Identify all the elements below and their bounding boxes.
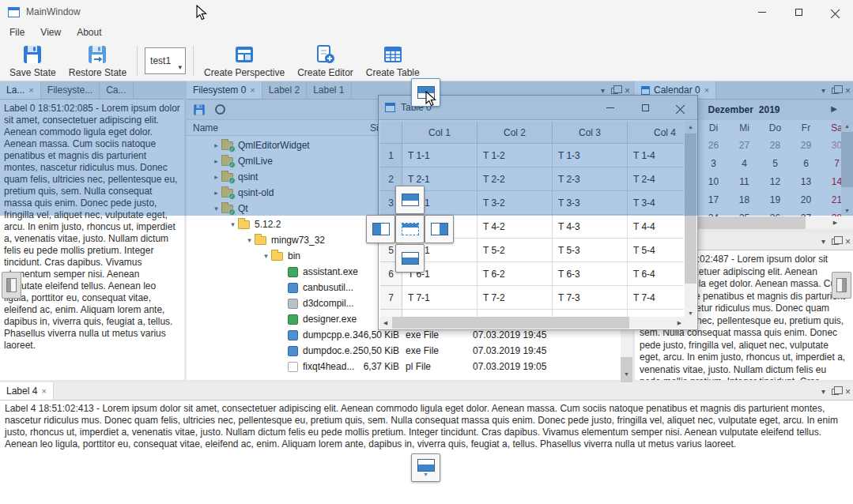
table-cell[interactable]: T 5-2 <box>477 239 553 262</box>
table-cell[interactable]: T 7-3 <box>553 286 628 310</box>
calendar-day-cell[interactable]: 14 <box>821 172 841 190</box>
float-close-button[interactable] <box>662 96 697 118</box>
scroll-up-button[interactable]: ▲ <box>841 120 853 132</box>
scroll-down-button[interactable]: ▼ <box>621 368 632 380</box>
calendar-day-cell[interactable]: 26 <box>698 136 729 154</box>
table-cell[interactable]: T 3-4 <box>628 191 684 215</box>
tree-expand-icon[interactable]: ▾ <box>261 252 271 260</box>
drop-indicator-area-right[interactable] <box>425 215 454 243</box>
create-perspective-button[interactable]: Create Perspective <box>198 41 291 81</box>
calendar-next-icon[interactable]: ▶ <box>831 104 837 113</box>
calendar-day-cell[interactable]: 20 <box>791 190 821 209</box>
calendar-day-cell[interactable]: 13 <box>791 172 821 190</box>
table-cell[interactable]: T 6-3 <box>553 262 628 286</box>
table-cell[interactable]: T 5-4 <box>628 239 684 262</box>
table-cell[interactable]: T 6-4 <box>628 262 684 286</box>
table-column-header[interactable]: Col 3 <box>553 122 628 144</box>
drop-indicator-area-top[interactable] <box>395 186 425 214</box>
perspective-combobox[interactable]: test1 ▾ <box>145 47 186 74</box>
calendar-day-cell[interactable]: 27 <box>791 209 821 216</box>
table-cell[interactable]: T 1-1 <box>402 144 477 167</box>
calendar-day-cell[interactable]: 25 <box>729 209 760 216</box>
drop-indicator-area-bottom[interactable] <box>395 244 425 273</box>
menu-about[interactable]: About <box>69 24 109 41</box>
tab-close-icon[interactable]: × <box>704 86 709 95</box>
table-cell[interactable]: T 1-4 <box>628 144 684 167</box>
floating-window-table0[interactable]: Table 0 Col 1Col 2Col 3Col 4 12345678 T … <box>378 95 698 330</box>
calendar-day-cell[interactable]: 18 <box>729 190 760 209</box>
table-cell[interactable]: T 4-2 <box>477 215 553 239</box>
table-column-header[interactable]: Col 4 <box>628 122 684 144</box>
dock-menu-icon[interactable]: ▾ <box>821 387 825 396</box>
table-cell[interactable]: T 3-3 <box>553 191 628 215</box>
scroll-down-button[interactable]: ▼ <box>841 205 853 216</box>
tree-expand-icon[interactable]: ▸ <box>211 141 221 149</box>
calendar-day-cell[interactable]: 30 <box>821 136 841 154</box>
table-cell[interactable]: T 1-3 <box>553 144 628 167</box>
drop-indicator-top[interactable] <box>411 78 440 107</box>
float-maximize-button[interactable] <box>628 96 662 118</box>
calendar-day-cell[interactable]: 24 <box>698 209 729 216</box>
calendar-day-cell[interactable]: 10 <box>698 172 729 190</box>
dock-close-icon[interactable]: × <box>625 86 630 96</box>
undock-icon[interactable] <box>832 389 839 395</box>
table-cell[interactable]: T 7-1 <box>402 286 477 310</box>
calendar-day-cell[interactable]: 17 <box>698 190 729 209</box>
table-vertical-scrollbar[interactable]: ▲ ▼ <box>685 121 696 319</box>
calendar-day-cell[interactable]: 7 <box>821 154 841 172</box>
drop-indicator-bottom[interactable]: ▼ <box>411 453 440 482</box>
table-cell[interactable]: T 4-4 <box>628 215 684 239</box>
drop-indicator-left-edge[interactable] <box>2 272 21 299</box>
save-icon[interactable] <box>193 103 206 116</box>
dock-close-icon[interactable]: × <box>845 237 851 246</box>
minimize-button[interactable] <box>744 0 780 24</box>
tab-label2[interactable]: Label 2 <box>262 81 307 99</box>
calendar-day-cell[interactable]: 6 <box>791 154 821 172</box>
undock-icon[interactable] <box>832 88 839 94</box>
calendar-day-cell[interactable]: 4 <box>729 154 760 172</box>
scroll-right-button[interactable]: ▶ <box>829 216 841 228</box>
table-cell[interactable]: T 3-2 <box>477 191 553 215</box>
table-cell[interactable]: T 7-2 <box>477 286 553 310</box>
drop-indicator-right-edge[interactable] <box>832 272 851 299</box>
dock-menu-icon[interactable]: ▾ <box>601 86 605 95</box>
calendar-day-cell[interactable]: 3 <box>698 154 729 172</box>
table-row-header[interactable]: 7 <box>380 286 402 310</box>
table-column-header[interactable]: Col 2 <box>477 122 553 144</box>
tab-close-icon[interactable]: × <box>28 86 33 95</box>
tab-close-icon[interactable]: × <box>41 387 46 396</box>
create-editor-button[interactable]: Create Editor <box>291 41 360 81</box>
menu-file[interactable]: File <box>2 24 32 41</box>
table-cell[interactable]: T 1-2 <box>477 144 553 167</box>
tree-expand-icon[interactable]: ▾ <box>228 220 238 228</box>
calendar-day-cell[interactable]: 27 <box>729 136 760 154</box>
menu-view[interactable]: View <box>32 24 69 41</box>
dock-menu-icon[interactable]: ▾ <box>821 237 825 246</box>
tree-row[interactable]: fixqt4head...6,37 KiBpl File07.03.2019 1… <box>187 359 621 374</box>
scroll-up-button[interactable]: ▲ <box>685 121 696 133</box>
maximize-button[interactable] <box>780 0 817 24</box>
drop-indicator-area-center[interactable] <box>395 215 425 243</box>
undock-icon[interactable] <box>611 88 618 94</box>
drop-indicator-area-left[interactable] <box>366 215 395 243</box>
table-cell[interactable]: T 2-3 <box>553 167 628 191</box>
reload-icon[interactable] <box>215 104 225 115</box>
calendar-vertical-scrollbar[interactable]: ▲ ▼ <box>841 120 853 216</box>
table-cell[interactable]: T 4-3 <box>553 215 628 239</box>
save-state-button[interactable]: Save State <box>3 41 62 81</box>
table-column-header[interactable]: Col 1 <box>402 122 477 144</box>
create-table-button[interactable]: Create Table <box>360 41 426 81</box>
scrollbar-thumb[interactable] <box>685 134 696 284</box>
tab-label0[interactable]: La... × <box>0 81 41 99</box>
tab-close-icon[interactable]: × <box>250 86 255 95</box>
tab-calendar1[interactable]: Ca... <box>100 81 133 99</box>
tree-expand-icon[interactable]: ▾ <box>244 236 255 244</box>
calendar-day-cell[interactable]: 5 <box>760 154 791 172</box>
calendar-day-cell[interactable]: 21 <box>821 190 841 209</box>
scroll-left-button[interactable]: ◀ <box>379 317 391 329</box>
table-row-header[interactable]: 1 <box>380 144 402 167</box>
dock-menu-icon[interactable]: ▾ <box>821 86 825 95</box>
tree-row[interactable]: dumpdoc.e...250,50 KiBexe File07.03.2019… <box>187 343 621 359</box>
tab-filesystem0[interactable]: Filesystem 0 × <box>187 81 262 99</box>
tree-expand-icon[interactable]: ▸ <box>211 173 221 181</box>
